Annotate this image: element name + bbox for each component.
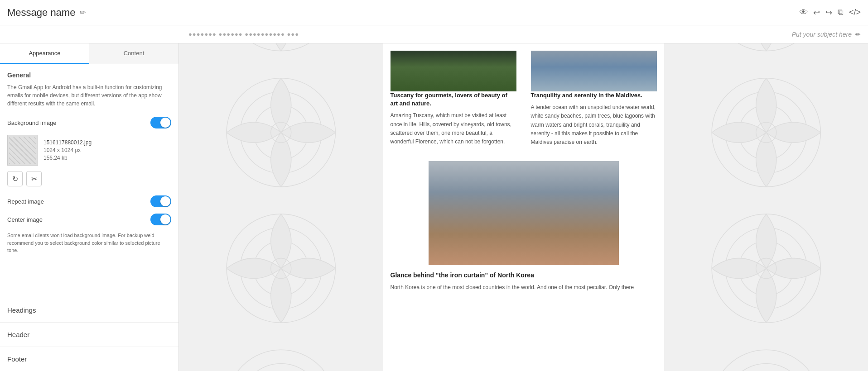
northkorea-title: Glance behind "the iron curtain" of Nort…	[391, 271, 657, 279]
backup-note: Some email clients won't load background…	[7, 232, 171, 254]
maldives-image	[531, 51, 657, 91]
image-dimensions: 1024 x 1024 px	[43, 147, 92, 153]
tab-row: Appearance Content	[0, 43, 178, 64]
background-image-toggle[interactable]	[150, 117, 171, 128]
image-thumb-inner	[9, 137, 36, 164]
popup-icon[interactable]: ⧉	[838, 8, 844, 17]
general-section-title: General	[7, 71, 171, 79]
image-block: 1516117880012.jpg 1024 x 1024 px 156.24 …	[7, 135, 171, 166]
page-title: Message name	[7, 7, 75, 19]
preview-icon[interactable]: 👁	[800, 8, 808, 17]
article-maldives: Tranquility and serenity in the Maldives…	[524, 43, 664, 154]
remove-image-button[interactable]: ✂	[26, 171, 42, 186]
left-pattern-svg	[179, 43, 383, 371]
subject-placeholder[interactable]: Put your subject here	[792, 31, 852, 38]
right-pattern	[664, 43, 868, 371]
sidebar-item-footer[interactable]: Footer	[0, 347, 178, 371]
right-pattern-svg	[664, 43, 868, 371]
replace-image-button[interactable]: ↻	[7, 171, 23, 186]
image-filesize: 156.24 kb	[43, 155, 92, 161]
article-tuscany: Tuscany for gourmets, lovers of beauty o…	[383, 43, 524, 154]
center-image-label: Center image	[7, 216, 43, 223]
article-northkorea: Glance behind "the iron curtain" of Nort…	[383, 154, 664, 299]
tuscany-text: Amazing Tuscany, which must be visited a…	[391, 111, 516, 146]
image-info: 1516117880012.jpg 1024 x 1024 px 156.24 …	[43, 135, 92, 166]
right-panel: Tuscany for gourmets, lovers of beauty o…	[179, 43, 868, 371]
edit-subject-icon[interactable]: ✏	[855, 31, 861, 38]
image-actions: ↻ ✂	[7, 171, 171, 186]
sidebar-item-header[interactable]: Header	[0, 322, 178, 347]
left-pattern	[179, 43, 383, 371]
edit-title-icon[interactable]: ✏	[80, 8, 86, 17]
sender-email: ●●●●●●● ●●●●●● ●●●●●●●●●● ●●●	[188, 31, 299, 38]
articles-grid: Tuscany for gourmets, lovers of beauty o…	[383, 43, 664, 154]
maldives-title: Tranquility and serenity in the Maldives…	[531, 91, 657, 100]
repeat-image-label: Repeat image	[7, 198, 44, 205]
background-image-row: Background image	[7, 117, 171, 128]
center-image-toggle[interactable]	[150, 214, 171, 225]
redo-icon[interactable]: ↪	[825, 8, 832, 18]
image-filename: 1516117880012.jpg	[43, 139, 92, 146]
top-bar: Message name ✏ 👁 ↩ ↪ ⧉ </>	[0, 0, 868, 25]
undo-icon[interactable]: ↩	[813, 8, 820, 18]
maldives-text: A tender ocean with an unspoiled underwa…	[531, 103, 657, 147]
preview-content: Tuscany for gourmets, lovers of beauty o…	[383, 43, 664, 371]
general-description: The Gmail App for Android has a built-in…	[7, 83, 171, 108]
panel-content: General The Gmail App for Android has a …	[0, 64, 178, 298]
toolbar-icons: 👁 ↩ ↪ ⧉ </>	[800, 8, 861, 18]
background-image-label: Background image	[7, 119, 56, 126]
sidebar-item-headings[interactable]: Headings	[0, 298, 178, 322]
center-image-row: Center image	[7, 214, 171, 225]
preview-wrapper: Tuscany for gourmets, lovers of beauty o…	[179, 43, 868, 371]
tuscany-image	[391, 51, 516, 91]
tab-content[interactable]: Content	[89, 43, 178, 64]
repeat-image-row: Repeat image	[7, 195, 171, 207]
tab-appearance[interactable]: Appearance	[0, 43, 89, 64]
left-panel: Appearance Content General The Gmail App…	[0, 43, 179, 371]
repeat-image-toggle[interactable]	[150, 195, 171, 207]
sub-bar: ●●●●●●● ●●●●●● ●●●●●●●●●● ●●●Put your su…	[0, 25, 868, 43]
northkorea-image	[429, 161, 619, 265]
main-layout: Appearance Content General The Gmail App…	[0, 43, 868, 371]
code-icon[interactable]: </>	[849, 8, 861, 17]
tuscany-title: Tuscany for gourmets, lovers of beauty o…	[391, 91, 516, 108]
northkorea-text: North Korea is one of the most closed co…	[391, 283, 657, 292]
image-thumbnail	[7, 135, 38, 166]
